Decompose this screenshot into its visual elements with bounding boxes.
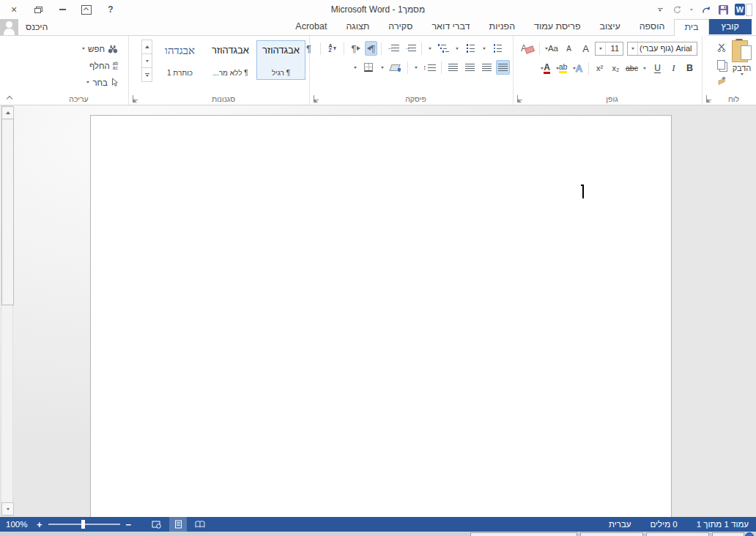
word-window: { "titlebar": { "title": "Microsoft Word… [0, 0, 756, 536]
replace-button[interactable]: ab ac החלף [0, 59, 118, 72]
style-no-spacing[interactable]: אבגדהוזר ¶ ללא מר... [206, 40, 255, 80]
font-size-dropdown-icon[interactable] [596, 42, 606, 55]
ltr-direction-button[interactable]: ¶ [348, 41, 363, 56]
align-right-button[interactable] [496, 60, 510, 75]
borders-dropdown-button[interactable] [351, 60, 360, 75]
tab-file[interactable]: קובץ [709, 19, 752, 34]
tab-review[interactable]: סקירה [379, 19, 422, 34]
word-count[interactable]: 0 מילים [651, 520, 678, 529]
borders-button[interactable] [361, 60, 377, 75]
strikethrough-button[interactable]: abc [624, 61, 640, 75]
style-normal[interactable]: אבגדהוזר ¶ רגיל [256, 40, 305, 80]
superscript-button[interactable]: x² [592, 61, 607, 75]
copy-button[interactable] [714, 57, 729, 72]
numbering-dropdown-button[interactable] [453, 41, 462, 56]
close-button[interactable]: × [9, 4, 19, 15]
styles-scroll-up-button[interactable] [141, 40, 152, 54]
styles-gallery-more-button[interactable] [141, 67, 152, 82]
clear-formatting-button[interactable]: A [519, 41, 536, 56]
zoom-slider-thumb[interactable] [81, 520, 85, 529]
align-center-button[interactable] [462, 60, 478, 75]
tab-references[interactable]: הפניות [480, 19, 525, 34]
zoom-level[interactable]: 100% [6, 520, 31, 529]
cut-button[interactable] [714, 40, 729, 55]
justify-button[interactable] [479, 60, 494, 75]
shading-dropdown-button[interactable] [378, 60, 387, 75]
tab-page-layout[interactable]: פריסת עמוד [525, 19, 590, 34]
tab-acrobat[interactable]: Acrobat [286, 19, 336, 34]
tab-home[interactable]: בית [674, 19, 708, 36]
taskbar-window-button[interactable] [712, 532, 744, 536]
grow-font-button[interactable]: A [578, 41, 593, 56]
bullets-dropdown-button[interactable] [480, 41, 489, 56]
multilevel-list-dropdown-button[interactable] [426, 41, 434, 56]
format-painter-button[interactable] [714, 74, 729, 89]
taskbar-window-button[interactable] [580, 532, 643, 536]
ribbon-display-options-button[interactable] [81, 4, 92, 15]
line-spacing-dropdown-button[interactable] [412, 60, 420, 75]
scrollbar-thumb[interactable] [1, 119, 14, 305]
tab-mailings[interactable]: דברי דואר [422, 19, 479, 34]
taskbar-window-button[interactable] [470, 532, 577, 536]
sort-button[interactable]: AZ [325, 41, 340, 56]
zoom-out-button[interactable]: − [126, 520, 132, 529]
undo-dropdown-button[interactable] [689, 4, 694, 15]
italic-button[interactable]: I [666, 61, 681, 75]
restore-button[interactable] [33, 4, 43, 15]
title-bar: × ? Microsoft Word - מסמך1 W [0, 0, 756, 19]
paste-button[interactable]: הדבק [732, 39, 752, 75]
minimize-button[interactable] [57, 4, 67, 15]
collapse-ribbon-button[interactable] [7, 95, 12, 100]
shading-button[interactable] [388, 60, 404, 75]
customize-qat-button[interactable] [655, 4, 665, 15]
line-spacing-button[interactable]: ↕ [422, 60, 438, 75]
font-size-combo[interactable]: 11 [595, 42, 623, 56]
sign-in-link[interactable]: היכנס [26, 22, 48, 32]
styles-scroll-down-button[interactable] [141, 53, 152, 68]
help-button[interactable]: ? [105, 4, 116, 15]
save-button[interactable] [718, 4, 728, 15]
read-mode-button[interactable] [191, 517, 209, 532]
select-button[interactable]: בחר [0, 75, 118, 89]
language-indicator[interactable]: עברית [609, 520, 631, 529]
font-color-button[interactable]: A [538, 61, 553, 75]
numbering-button[interactable] [463, 41, 478, 56]
word-app-button[interactable]: W [735, 4, 752, 16]
tab-view[interactable]: תצוגה [336, 19, 379, 34]
tab-design[interactable]: עיצוב [590, 19, 630, 34]
zoom-in-button[interactable]: + [37, 520, 42, 529]
bold-button[interactable]: B [682, 61, 697, 75]
scrollbar-up-button[interactable] [1, 106, 14, 119]
taskbar-window-button[interactable] [646, 532, 709, 536]
multilevel-list-button[interactable] [436, 41, 451, 56]
repeat-button[interactable] [672, 4, 682, 15]
vertical-scrollbar[interactable] [1, 105, 13, 516]
document-page[interactable] [90, 115, 672, 526]
start-orb-icon[interactable] [745, 532, 754, 536]
borders-dropdown-icon [354, 67, 357, 69]
shrink-font-button[interactable]: A [561, 41, 577, 56]
increase-indent-button[interactable]: → [402, 41, 418, 56]
print-layout-button[interactable] [169, 517, 187, 532]
decrease-indent-button[interactable]: ← [385, 41, 401, 56]
highlight-button[interactable]: ab [554, 61, 569, 75]
avatar-icon[interactable] [0, 19, 18, 35]
rtl-direction-button[interactable]: ¶ [365, 41, 377, 56]
align-left-button[interactable] [445, 60, 461, 75]
font-name-dropdown-icon[interactable] [628, 42, 638, 55]
web-layout-button[interactable] [147, 517, 165, 532]
change-case-button[interactable]: Aa [544, 41, 560, 56]
page-indicator[interactable]: עמוד 1 מתוך 1 [697, 520, 749, 529]
subscript-button[interactable]: x₂ [608, 61, 623, 75]
bullets-button[interactable] [490, 41, 505, 56]
find-button[interactable]: חפש [0, 42, 118, 56]
font-name-combo[interactable]: Arial (גוף עברי) [627, 42, 697, 56]
tab-insert[interactable]: הוספה [630, 19, 675, 34]
underline-button[interactable]: U [650, 61, 665, 75]
scrollbar-down-button[interactable] [1, 502, 14, 515]
style-heading-1[interactable]: אבגדהו כותרת 1 [155, 40, 204, 80]
underline-dropdown-button[interactable] [640, 61, 649, 75]
undo-button[interactable] [701, 4, 711, 15]
text-effects-button[interactable]: A [570, 61, 585, 75]
zoom-slider[interactable] [48, 524, 120, 525]
